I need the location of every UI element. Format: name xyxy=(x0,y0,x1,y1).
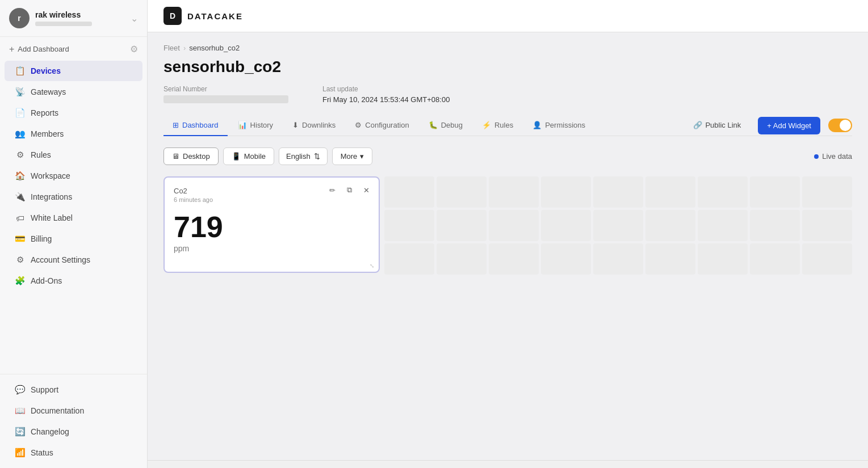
support-icon: 💬 xyxy=(15,385,25,395)
sidebar-item-status[interactable]: 📶 Status xyxy=(5,442,142,463)
theme-toggle[interactable] xyxy=(828,119,852,132)
sidebar-item-reports[interactable]: 📄 Reports xyxy=(5,103,142,123)
tab-configuration[interactable]: ⚙ Configuration xyxy=(346,115,418,136)
breadcrumb-parent[interactable]: Fleet xyxy=(163,44,180,52)
sidebar-item-addons[interactable]: 🧩 Add-Ons xyxy=(5,271,142,291)
tab-rules[interactable]: ⚡ Rules xyxy=(473,115,522,136)
mobile-view-button[interactable]: 📱 Mobile xyxy=(223,147,274,165)
ghost-cell xyxy=(489,210,539,241)
last-update-section: Last update Fri May 10, 2024 15:53:44 GM… xyxy=(322,85,450,104)
widget-time: 6 minutes ago xyxy=(174,196,370,203)
account-settings-icon: ⚙ xyxy=(15,255,25,265)
dashboard-area: ✏ ⧉ ✕ Co2 6 minutes ago 719 ppm ⤡ xyxy=(163,176,852,275)
sidebar-item-label: Documentation xyxy=(31,406,84,415)
sidebar-item-label: Gateways xyxy=(31,87,66,96)
tab-debug[interactable]: 🐛 Debug xyxy=(420,115,472,136)
sidebar-item-label: Workspace xyxy=(31,171,70,180)
resize-handle[interactable]: ⤡ xyxy=(370,263,376,269)
sidebar-item-workspace[interactable]: 🏠 Workspace xyxy=(5,166,142,186)
add-dashboard-button[interactable]: + Add Dashboard xyxy=(9,44,69,54)
sidebar-item-label: Rules xyxy=(31,150,51,159)
sidebar-item-devices[interactable]: 📋 Devices xyxy=(5,61,142,81)
topbar: D DATACAKE xyxy=(148,0,868,32)
widget-duplicate-button[interactable]: ⧉ xyxy=(342,183,356,197)
chevron-down-icon[interactable]: ⌄ xyxy=(131,13,138,24)
last-update-label: Last update xyxy=(322,85,450,93)
empty-grid xyxy=(384,176,852,275)
breadcrumb-current: sensorhub_co2 xyxy=(189,44,240,52)
co2-widget: ✏ ⧉ ✕ Co2 6 minutes ago 719 ppm ⤡ xyxy=(163,176,380,273)
more-options-button[interactable]: More ▾ xyxy=(332,147,373,165)
settings-icon[interactable]: ⚙ xyxy=(130,44,138,54)
workspace-name: rak wireless xyxy=(35,10,125,19)
ghost-cell xyxy=(802,176,852,208)
logo-text: DATACAKE xyxy=(187,11,243,21)
logo-box: D xyxy=(163,7,182,25)
configuration-tab-icon: ⚙ xyxy=(355,121,362,129)
ghost-cell xyxy=(802,210,852,241)
ghost-cell xyxy=(489,176,539,208)
ghost-cell xyxy=(541,210,591,241)
sidebar-item-account-settings[interactable]: ⚙ Account Settings xyxy=(5,250,142,270)
toggle-circle xyxy=(840,120,851,131)
ghost-cell xyxy=(698,176,748,208)
ghost-cell xyxy=(750,176,800,208)
members-icon: 👥 xyxy=(15,129,25,139)
ghost-cell xyxy=(698,210,748,241)
workspace-sub-blurred xyxy=(35,22,92,26)
tab-public-link[interactable]: 🔗 Public Link xyxy=(684,115,750,136)
ghost-cell xyxy=(437,243,487,275)
breadcrumb: Fleet › sensorhub_co2 xyxy=(163,44,852,52)
billing-icon: 💳 xyxy=(15,234,25,244)
history-tab-icon: 📊 xyxy=(238,121,247,129)
serial-number-label: Serial Number xyxy=(163,85,288,93)
tab-dashboard[interactable]: ⊞ Dashboard xyxy=(163,115,228,136)
sidebar: r rak wireless ⌄ + Add Dashboard ⚙ 📋 Dev… xyxy=(0,0,148,468)
ghost-cell xyxy=(541,243,591,275)
device-meta: Serial Number Last update Fri May 10, 20… xyxy=(163,85,852,104)
ghost-cell xyxy=(541,176,591,208)
add-widget-button[interactable]: + Add Widget xyxy=(758,117,820,134)
sidebar-item-label: Billing xyxy=(31,234,52,243)
breadcrumb-separator: › xyxy=(183,44,186,52)
sidebar-item-label: Changelog xyxy=(31,427,69,436)
tab-permissions[interactable]: 👤 Permissions xyxy=(523,115,594,136)
widget-edit-button[interactable]: ✏ xyxy=(325,183,339,197)
sidebar-item-billing[interactable]: 💳 Billing xyxy=(5,229,142,249)
dashboard-toolbar: 🖥 Desktop 📱 Mobile English ⇅ More ▾ Live… xyxy=(163,147,852,165)
integrations-icon: 🔌 xyxy=(15,192,25,202)
language-select[interactable]: English ⇅ xyxy=(279,147,328,165)
sidebar-item-label: Members xyxy=(31,129,64,138)
sidebar-header: r rak wireless ⌄ xyxy=(0,0,147,37)
ghost-cell xyxy=(645,243,695,275)
widget-close-button[interactable]: ✕ xyxy=(359,183,373,197)
changelog-icon: 🔄 xyxy=(15,427,25,437)
sidebar-item-whitelabel[interactable]: 🏷 White Label xyxy=(5,208,142,228)
rules-tab-icon: ⚡ xyxy=(482,121,491,129)
sidebar-item-integrations[interactable]: 🔌 Integrations xyxy=(5,187,142,207)
sidebar-item-gateways[interactable]: 📡 Gateways xyxy=(5,82,142,102)
tab-history[interactable]: 📊 History xyxy=(229,115,282,136)
horizontal-scrollbar[interactable] xyxy=(148,460,868,468)
sidebar-item-documentation[interactable]: 📖 Documentation xyxy=(5,400,142,421)
sidebar-item-support[interactable]: 💬 Support xyxy=(5,380,142,400)
sidebar-item-rules[interactable]: ⚙ Rules xyxy=(5,145,142,165)
sidebar-item-changelog[interactable]: 🔄 Changelog xyxy=(5,421,142,442)
sidebar-item-label: Integrations xyxy=(31,192,72,201)
logo-area: D DATACAKE xyxy=(163,7,243,25)
widget-value: 719 xyxy=(174,212,370,242)
chevron-up-down-icon: ⇅ xyxy=(314,152,320,161)
ghost-cell xyxy=(384,210,434,241)
desktop-view-button[interactable]: 🖥 Desktop xyxy=(163,147,219,165)
device-tabs: ⊞ Dashboard 📊 History ⬇ Downlinks ⚙ Conf… xyxy=(163,115,852,136)
sidebar-item-members[interactable]: 👥 Members xyxy=(5,124,142,144)
live-dot xyxy=(814,154,819,159)
sidebar-bottom: 💬 Support 📖 Documentation 🔄 Changelog 📶 … xyxy=(0,374,147,468)
page-title: sensorhub_co2 xyxy=(163,58,852,76)
ghost-cell xyxy=(750,243,800,275)
tab-downlinks[interactable]: ⬇ Downlinks xyxy=(283,115,345,136)
mobile-icon: 📱 xyxy=(232,152,241,161)
sidebar-item-label: Account Settings xyxy=(31,255,90,264)
ghost-cell xyxy=(593,243,643,275)
ghost-cell xyxy=(593,176,643,208)
